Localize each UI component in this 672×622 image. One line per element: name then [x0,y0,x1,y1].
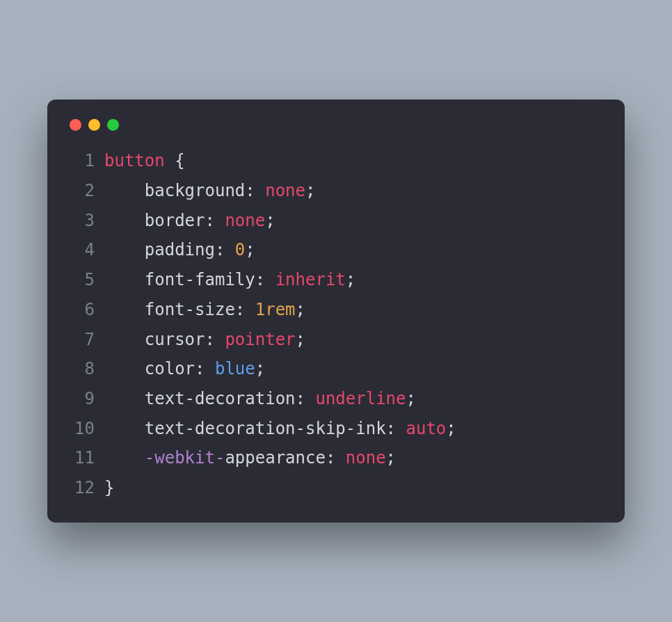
token-punct: { [175,151,184,170]
line-number: 3 [72,206,104,236]
token-prop: color [145,359,195,378]
token-punct: ; [296,300,305,319]
token-punct: ; [255,359,265,378]
line-number: 5 [72,265,104,295]
token-punct: ; [446,419,456,438]
token-default [104,211,145,230]
line-number: 8 [72,354,104,384]
token-prop: text-decoration-skip-ink [145,419,386,438]
token-colorval: blue [215,359,255,378]
token-punct: : [245,181,265,200]
code-line: 10 text-decoration-skip-ink: auto; [72,414,600,444]
token-punct: : [195,359,215,378]
token-punct: ; [245,240,255,260]
close-icon[interactable] [70,119,81,131]
code-line: 7 cursor: pointer; [72,325,600,355]
line-number: 6 [72,295,104,325]
code-line: 8 color: blue; [72,354,600,384]
token-default [104,300,145,319]
maximize-icon[interactable] [107,119,119,131]
line-content: padding: 0; [104,235,600,265]
code-line: 12} [72,473,600,503]
token-prop: text-decoration [145,389,296,408]
token-punct: : [215,240,235,260]
token-default [104,181,145,200]
line-number: 11 [72,443,104,473]
token-value: auto [406,419,446,438]
window-titlebar [47,119,625,146]
token-punct: : [296,389,316,408]
token-prop: font-size [145,300,235,319]
token-prop: border [145,211,205,230]
line-number: 2 [72,176,104,206]
line-content: border: none; [104,206,600,236]
token-default [104,389,145,408]
code-line: 6 font-size: 1rem; [72,295,600,325]
token-punct: ; [296,330,305,349]
line-number: 4 [72,235,104,265]
token-value: none [346,448,386,468]
line-content: color: blue; [104,354,600,384]
token-default [104,240,145,260]
token-punct: : [205,211,225,230]
code-line: 11 -webkit-appearance: none; [72,443,600,473]
token-prop: cursor [145,330,205,349]
line-content: font-size: 1rem; [104,295,600,325]
token-number: 0 [235,240,245,260]
code-line: 9 text-decoration: underline; [72,384,600,414]
token-punct: ; [406,389,416,408]
token-value: pointer [225,330,295,349]
token-value: none [225,211,265,230]
line-content: background: none; [104,176,600,206]
token-default [104,330,145,349]
token-default [104,359,145,378]
token-default [104,419,145,438]
token-number: 1rem [255,300,296,319]
code-window: 1button {2 background: none;3 border: no… [47,99,625,523]
token-selector: button [104,151,175,170]
line-content: font-family: inherit; [104,265,600,295]
code-line: 1button { [72,146,600,176]
token-value: underline [315,389,406,408]
token-punct: : [386,419,406,438]
token-prop: padding [145,240,215,260]
code-editor[interactable]: 1button {2 background: none;3 border: no… [47,146,625,503]
token-value: none [265,181,305,200]
token-punct: : [235,300,255,319]
line-content: -webkit-appearance: none; [104,443,600,473]
token-punct: : [205,330,225,349]
line-number: 7 [72,325,104,355]
token-prop: background [145,181,246,200]
code-line: 3 border: none; [72,206,600,236]
line-content: button { [104,146,600,176]
token-prop: appearance [225,448,326,468]
token-punct: ; [346,270,355,289]
token-punct: ; [265,211,275,230]
code-line: 4 padding: 0; [72,235,600,265]
line-content: cursor: pointer; [104,325,600,355]
line-number: 9 [72,384,104,414]
token-punct: } [104,478,114,497]
token-punct: : [255,270,275,289]
token-punct: : [326,448,346,468]
line-content: text-decoration-skip-ink: auto; [104,414,600,444]
token-punct: ; [305,181,315,200]
token-default [104,448,145,468]
line-content: } [104,473,600,503]
line-number: 12 [72,473,104,503]
line-content: text-decoration: underline; [104,384,600,414]
token-default [104,270,145,289]
line-number: 1 [72,146,104,176]
token-prefix: -webkit- [145,448,225,468]
code-line: 2 background: none; [72,176,600,206]
minimize-icon[interactable] [88,119,100,131]
line-number: 10 [72,414,104,444]
token-value: inherit [275,270,346,289]
token-punct: ; [386,448,396,468]
token-prop: font-family [145,270,255,289]
code-line: 5 font-family: inherit; [72,265,600,295]
